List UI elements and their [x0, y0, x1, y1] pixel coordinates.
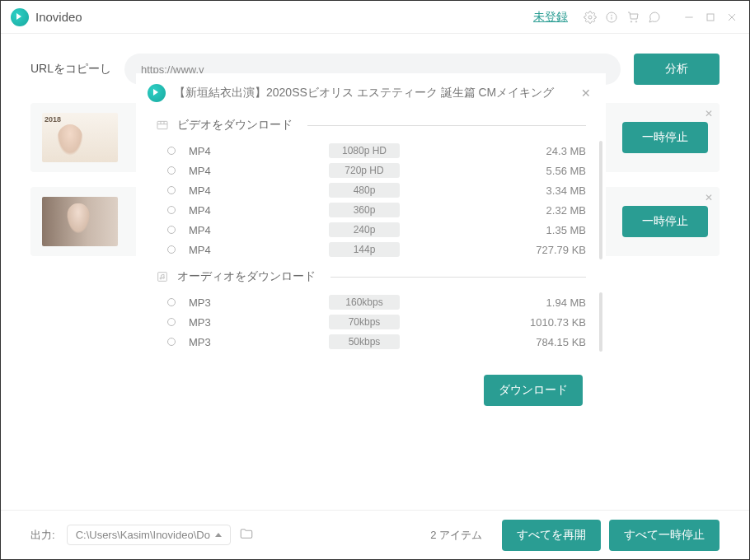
close-icon[interactable]: ✕ — [705, 192, 713, 203]
output-path: C:\Users\Kasim\Inovideo\Do — [76, 529, 210, 541]
modal-title: 【新垣結衣出演】2020SSビオリス エステティーク 誕生篇 CMメイキング — [174, 86, 570, 100]
quality-badge: 70kbps — [329, 315, 400, 329]
chat-icon[interactable] — [647, 10, 662, 25]
svg-point-15 — [160, 278, 162, 279]
video-option-row[interactable]: MP41080p HD24.3 MB — [156, 141, 586, 161]
radio-icon — [167, 338, 176, 346]
video-section-title: ビデオをダウンロード — [177, 118, 293, 133]
resume-all-button[interactable]: すべてを再開 — [502, 520, 601, 551]
format-label: MP4 — [189, 184, 329, 197]
video-option-row[interactable]: MP4480p3.34 MB — [156, 180, 586, 200]
quality-badge: 160kbps — [329, 295, 400, 310]
footer: 出力: C:\Users\Kasim\Inovideo\Do 2 アイテム すべ… — [1, 510, 749, 559]
minimize-icon[interactable] — [682, 10, 696, 25]
radio-icon — [167, 166, 176, 175]
svg-point-4 — [630, 21, 631, 21]
video-option-row[interactable]: MP4144p727.79 KB — [156, 240, 586, 259]
radio-icon — [167, 298, 176, 306]
format-label: MP3 — [189, 336, 329, 348]
url-label: URLをコピーし — [30, 62, 111, 77]
radio-icon — [167, 206, 176, 214]
audio-option-row[interactable]: MP3160kbps1.94 MB — [156, 292, 586, 312]
quality-badge: 240p — [329, 222, 400, 237]
format-label: MP4 — [189, 165, 329, 177]
svg-point-5 — [635, 21, 636, 21]
pause-button[interactable]: 一時停止 — [622, 206, 708, 237]
pause-button[interactable]: 一時停止 — [622, 122, 708, 153]
audio-option-row[interactable]: MP350kbps784.15 KB — [156, 332, 586, 352]
format-label: MP4 — [189, 204, 329, 217]
video-option-row[interactable]: MP4360p2.32 MB — [156, 200, 586, 220]
format-label: MP3 — [189, 316, 329, 329]
size-label: 784.15 KB — [536, 336, 586, 348]
svg-rect-7 — [707, 14, 714, 21]
quality-badge: 144p — [329, 242, 400, 257]
video-thumbnail — [42, 113, 118, 162]
output-label: 出力: — [30, 528, 55, 543]
video-section: ビデオをダウンロード MP41080p HD24.3 MBMP4720p HD5… — [136, 111, 606, 263]
chevron-up-icon — [215, 533, 222, 537]
quality-badge: 50kbps — [329, 334, 400, 349]
maximize-icon[interactable] — [703, 10, 718, 25]
size-label: 5.56 MB — [546, 165, 586, 177]
format-label: MP4 — [189, 244, 329, 256]
output-path-dropdown[interactable]: C:\Users\Kasim\Inovideo\Do — [67, 525, 231, 545]
size-label: 2.32 MB — [546, 204, 586, 217]
svg-rect-14 — [158, 273, 167, 282]
folder-icon[interactable] — [239, 526, 254, 544]
video-icon — [156, 119, 169, 132]
cart-icon[interactable] — [626, 10, 640, 25]
main-area: URLをコピーし 分析 ✕ 一時停止 ✕ 一時停止 【新垣結衣出演】2020SS… — [1, 34, 749, 256]
modal-header: 【新垣結衣出演】2020SSビオリス エステティーク 誕生篇 CMメイキング ✕ — [136, 83, 606, 111]
svg-point-0 — [588, 16, 592, 19]
format-label: MP4 — [189, 224, 329, 236]
modal-close-icon[interactable]: ✕ — [578, 83, 594, 103]
pause-all-button[interactable]: すべて一時停止 — [609, 520, 720, 551]
radio-icon — [167, 186, 176, 194]
video-thumbnail — [42, 197, 118, 246]
titlebar: Inovideo 未登録 — [1, 1, 749, 34]
audio-option-row[interactable]: MP370kbps1010.73 KB — [156, 312, 586, 332]
video-option-row[interactable]: MP4240p1.35 MB — [156, 220, 586, 240]
info-icon[interactable] — [604, 10, 619, 25]
size-label: 1010.73 KB — [530, 316, 586, 329]
format-label: MP4 — [189, 145, 329, 157]
quality-badge: 480p — [329, 183, 400, 198]
format-label: MP3 — [189, 296, 329, 309]
size-label: 1.94 MB — [546, 296, 586, 309]
app-logo-icon — [11, 8, 29, 26]
size-label: 1.35 MB — [546, 224, 586, 236]
video-option-row[interactable]: MP4720p HD5.56 MB — [156, 161, 586, 180]
audio-section-title: オーディオをダウンロード — [177, 269, 316, 284]
unregistered-link[interactable]: 未登録 — [533, 10, 568, 25]
close-icon[interactable]: ✕ — [705, 108, 713, 119]
size-label: 727.79 KB — [536, 244, 586, 256]
audio-section: オーディオをダウンロード MP3160kbps1.94 MBMP370kbps1… — [136, 263, 606, 355]
svg-point-3 — [612, 15, 612, 16]
close-window-icon[interactable] — [724, 10, 739, 25]
radio-icon — [167, 226, 176, 234]
audio-icon — [156, 270, 169, 283]
size-label: 3.34 MB — [546, 184, 586, 197]
quality-badge: 720p HD — [329, 163, 400, 178]
radio-icon — [167, 318, 176, 326]
modal-logo-icon — [148, 84, 166, 102]
radio-icon — [167, 147, 176, 155]
radio-icon — [167, 245, 176, 254]
size-label: 24.3 MB — [546, 145, 586, 157]
analyze-button[interactable]: 分析 — [634, 54, 720, 85]
download-options-modal: 【新垣結衣出演】2020SSビオリス エステティーク 誕生篇 CMメイキング ✕… — [136, 73, 606, 422]
svg-rect-10 — [157, 121, 167, 128]
svg-point-16 — [162, 277, 164, 278]
quality-badge: 1080p HD — [329, 143, 400, 158]
quality-badge: 360p — [329, 203, 400, 217]
app-name: Inovideo — [35, 10, 82, 24]
download-button[interactable]: ダウンロード — [484, 375, 583, 406]
gear-icon[interactable] — [583, 10, 598, 25]
item-count: 2 アイテム — [430, 528, 482, 543]
